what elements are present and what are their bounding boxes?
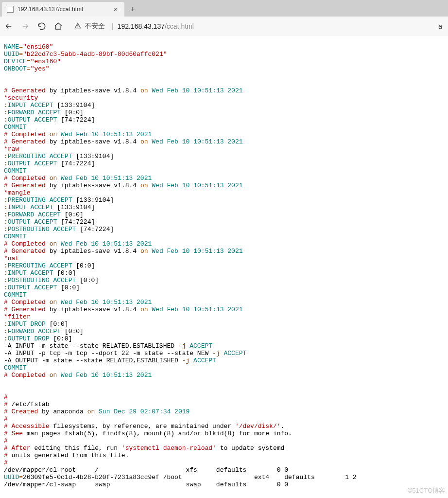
fstab-row: /dev/mapper/cl-root / xfs defaults 0 0	[4, 466, 288, 474]
page-content: NAME="ens160" UUID="b22cd7c3-5abb-4adb-8…	[0, 36, 448, 488]
not-secure-icon	[74, 22, 82, 31]
table-filter: *filter	[4, 313, 31, 320]
toolbar: 不安全 | 192.168.43.137/ccat.html a	[0, 17, 448, 36]
tab-bar: 192.168.43.137/ccat.html × +	[0, 0, 448, 17]
address-separator: |	[112, 22, 114, 30]
new-tab-button[interactable]: +	[125, 2, 140, 17]
page-icon	[7, 6, 14, 13]
tab-title: 192.168.43.137/ccat.html	[17, 6, 112, 13]
security-label: 不安全	[85, 22, 105, 31]
generated-comment: # Generated	[4, 87, 46, 94]
reload-button[interactable]	[37, 21, 47, 31]
home-button[interactable]	[53, 21, 63, 31]
back-button[interactable]	[4, 21, 14, 31]
right-edge-char: a	[438, 22, 444, 30]
address-path: /ccat.html	[165, 22, 194, 30]
watermark: ©51CTO博客	[408, 486, 445, 495]
address-host: 192.168.43.137	[118, 22, 165, 30]
browser-tab[interactable]: 192.168.43.137/ccat.html ×	[2, 2, 124, 17]
table-raw: *raw	[4, 145, 19, 153]
table-security: *security	[4, 94, 38, 102]
browser-chrome: 192.168.43.137/ccat.html × + 不安全 | 192.1…	[0, 0, 448, 36]
fstab-row: /dev/mapper/cl-swap swap swap defaults 0…	[4, 481, 288, 488]
address-bar[interactable]: 不安全 | 192.168.43.137/ccat.html	[70, 19, 431, 33]
table-mangle: *mangle	[4, 189, 31, 196]
cfg-key: NAME	[4, 43, 19, 51]
close-tab-button[interactable]: ×	[112, 5, 120, 13]
forward-button[interactable]	[20, 21, 30, 31]
commit: COMMIT	[4, 124, 27, 131]
table-nat: *nat	[4, 255, 19, 262]
